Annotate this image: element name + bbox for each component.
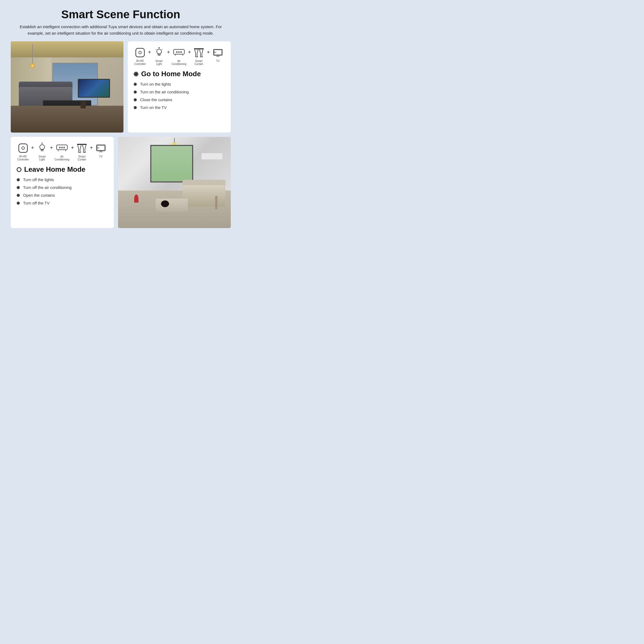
svg-line-6 [162,49,162,50]
leave-home-panel: IR+RF Controller + Smart Light [11,137,114,228]
action-label-4: Turn on the TV [140,105,167,110]
leave-action-item-2: Turn off the air conditioning [17,185,108,190]
action-label-3: Close the curtains [140,97,172,102]
ir-rf-label-bottom: IR+RF Controller [17,155,29,161]
svg-point-29 [22,147,24,149]
device-smart-light-bottom: Smart Light [36,142,49,161]
device-ir-rf-top: IR+RF Controller [134,47,147,65]
action-dot-1 [134,83,137,86]
smart-light-label-top: Smart Light [155,60,163,65]
device-icons-top: IR+RF Controller + [134,47,225,65]
action-dot-4 [134,106,137,109]
svg-point-1 [139,51,141,54]
device-tv-top: TV TV [211,47,224,63]
leave-action-dot-3 [17,194,20,197]
tv-icon-bottom: TV [95,142,107,154]
curtain-icon-bottom [76,142,88,154]
smart-light-icon-top [153,47,165,58]
header: Smart Scene Function Establish an intell… [11,8,231,36]
room-photo-top [11,41,123,133]
leave-action-label-3: Open the curtains [23,193,55,197]
tv-label-top: TV [216,60,219,63]
action-dot-2 [134,90,137,94]
mode-dot-leave-home [17,167,21,172]
plus-2-bottom: + [50,145,53,151]
tv-label-bottom: TV [99,155,103,158]
tv-icon-top: TV [212,47,224,58]
leave-action-label-4: Turn off the TV [23,201,50,205]
leave-home-mode-title: Leave Home Mode [17,165,108,174]
smart-light-label-bottom: Smart Light [38,155,46,161]
svg-rect-28 [19,144,27,152]
curtain-label-bottom: Smart Curtain [78,155,86,161]
curtain-label-top: Smart Curtain [195,60,203,65]
svg-rect-0 [136,48,144,57]
ir-rf-label-top: IR+RF Controller [134,60,146,65]
ir-rf-icon-top [134,47,146,58]
device-ac-top: Air Conditioning [171,47,186,65]
bottom-section: IR+RF Controller + Smart Light [11,137,231,228]
device-ac-bottom: Air Conditioning [54,142,69,161]
plus-1-bottom: + [31,145,34,151]
device-curtain-top: Smart Curtain [192,47,205,65]
leave-action-item-1: Turn off the lights [17,177,108,182]
plus-1-top: + [148,49,151,55]
top-section: IR+RF Controller + [11,41,231,133]
curtain-icon-top [193,47,205,58]
device-smart-light-top: Smart Light [153,47,166,65]
svg-line-7 [156,49,156,50]
leave-home-actions: Turn off the lights Turn off the air con… [17,177,108,205]
plus-3-top: + [188,49,191,55]
mode-dot-go-home [134,72,138,76]
device-icons-bottom: IR+RF Controller + Smart Light [17,142,108,161]
plus-4-top: + [207,49,210,55]
ac-icon-bottom [56,142,68,154]
action-item-1: Turn on the lights [134,82,225,86]
leave-action-item-4: Turn off the TV [17,201,108,205]
action-item-3: Close the curtains [134,97,225,102]
info-panel-top: IR+RF Controller + [128,41,231,133]
leave-home-mode-label: Leave Home Mode [24,165,85,174]
plus-3-bottom: + [71,145,74,151]
go-home-mode-label: Go to Home Mode [141,70,201,78]
page-title: Smart Scene Function [11,8,231,21]
svg-text:TV: TV [214,52,216,53]
ac-label-top: Air Conditioning [171,60,186,65]
device-tv-bottom: TV TV [94,142,107,158]
svg-point-2 [157,49,162,54]
action-item-2: Turn on the air conditioning [134,90,225,94]
page-wrapper: Smart Scene Function Establish an intell… [5,5,236,233]
leave-action-dot-1 [17,178,20,181]
page-subtitle: Establish an intelligent connection with… [19,24,223,36]
leave-action-dot-4 [17,202,20,205]
leave-action-label-2: Turn off the air conditioning [23,185,72,190]
svg-point-30 [40,145,45,149]
svg-text:TV: TV [97,147,99,149]
action-label-2: Turn on the air conditioning [140,90,189,94]
ac-icon-top [173,47,185,58]
room-photo-bottom [118,137,231,228]
leave-action-item-3: Open the curtains [17,193,108,197]
go-home-mode-title: Go to Home Mode [134,70,225,78]
device-ir-rf-bottom: IR+RF Controller [17,142,30,161]
action-label-1: Turn on the lights [140,82,171,86]
ir-rf-icon-bottom [17,142,29,154]
action-dot-3 [134,98,137,101]
leave-action-label-1: Turn off the lights [23,177,54,182]
action-item-4: Turn on the TV [134,105,225,110]
ac-label-bottom: Air Conditioning [54,155,69,161]
plus-2-top: + [167,49,170,55]
go-home-actions: Turn on the lights Turn on the air condi… [134,82,225,110]
device-curtain-bottom: Smart Curtain [75,142,88,161]
plus-4-bottom: + [90,145,93,151]
leave-action-dot-2 [17,186,20,189]
smart-light-icon-bottom [36,142,48,154]
